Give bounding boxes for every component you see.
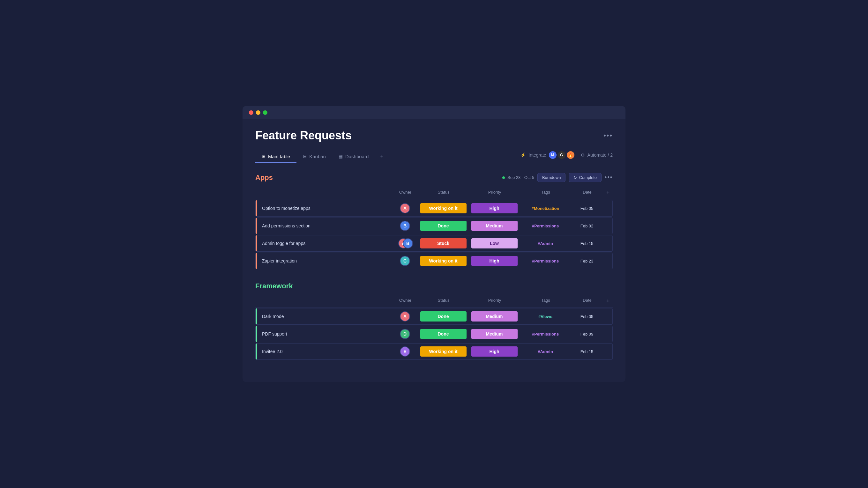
table-row[interactable]: PDF supportDDoneMedium#PermissionsFeb 09 <box>255 326 613 342</box>
tag-label: #Monetization <box>532 206 559 211</box>
row-priority-cell[interactable]: Medium <box>469 221 520 231</box>
row-priority-cell[interactable]: Medium <box>469 311 520 322</box>
row-date-cell: Feb 09 <box>571 332 603 336</box>
automate-label: Automate / 2 <box>588 153 613 158</box>
row-tags-cell: #Permissions <box>520 259 571 263</box>
priority-badge: Low <box>471 238 518 249</box>
title-bar <box>243 106 625 119</box>
row-status-cell[interactable]: Done <box>418 329 469 339</box>
framework-table-body: Dark modeADoneMedium#ViewsFeb 05PDF supp… <box>255 308 613 360</box>
tab-main-table-label: Main table <box>268 154 290 159</box>
row-priority-cell[interactable]: Low <box>469 238 520 249</box>
row-owner-cell: A <box>392 203 418 214</box>
apps-section: Apps Sep 28 - Oct 5 Burndown ↻ Complete … <box>255 173 613 269</box>
avatar: B <box>400 221 410 231</box>
complete-button[interactable]: ↻ Complete <box>569 173 601 182</box>
maximize-dot[interactable] <box>263 110 268 115</box>
avatar: D <box>400 329 410 339</box>
row-status-cell[interactable]: Working on it <box>418 347 469 357</box>
col-date-header: Date <box>571 190 603 196</box>
row-tags-cell: #Monetization <box>520 206 571 211</box>
kanban-icon: ⊟ <box>303 154 307 159</box>
more-options-button[interactable]: ••• <box>603 131 613 140</box>
add-tab-button[interactable]: + <box>375 150 389 163</box>
tag-label: #Permissions <box>532 332 559 336</box>
minimize-dot[interactable] <box>256 110 260 115</box>
integrate-icon-1: M <box>549 151 557 159</box>
row-date-cell: Feb 15 <box>571 349 603 354</box>
row-date-cell: Feb 15 <box>571 241 603 246</box>
tag-label: #Permissions <box>532 224 559 228</box>
automate-button[interactable]: ⚙ Automate / 2 <box>581 153 613 158</box>
priority-badge: Medium <box>471 329 518 339</box>
row-priority-cell[interactable]: High <box>469 347 520 357</box>
priority-badge: High <box>471 347 518 357</box>
integrate-icon-2: G <box>558 151 565 159</box>
row-status-cell[interactable]: Done <box>418 221 469 231</box>
tab-dashboard[interactable]: ▦ Dashboard <box>332 151 375 163</box>
close-dot[interactable] <box>249 110 253 115</box>
fw-col-priority-header: Priority <box>469 298 520 304</box>
row-name: Invitee 2.0 <box>256 349 392 354</box>
priority-badge: Medium <box>471 221 518 231</box>
row-date-cell: Feb 05 <box>571 314 603 319</box>
fw-col-tags-header: Tags <box>520 298 571 304</box>
row-date-cell: Feb 02 <box>571 224 603 228</box>
apps-more-button[interactable]: ••• <box>605 174 613 181</box>
apps-table-body: Option to monetize appsAWorking on itHig… <box>255 200 613 269</box>
row-tags-cell: #Permissions <box>520 224 571 228</box>
row-priority-cell[interactable]: High <box>469 256 520 266</box>
table-row[interactable]: Zapier integrationCWorking on itHigh#Per… <box>255 253 613 269</box>
row-date-cell: Feb 23 <box>571 259 603 263</box>
fw-col-owner-header: Owner <box>393 298 418 304</box>
dashboard-icon: ▦ <box>339 154 343 159</box>
avatar: A <box>400 203 410 214</box>
row-left-bar <box>256 200 257 216</box>
row-priority-cell[interactable]: Medium <box>469 329 520 339</box>
row-priority-cell[interactable]: High <box>469 203 520 214</box>
integrate-button[interactable]: ⚡ Integrate M G 🔥 <box>521 151 574 159</box>
tab-dashboard-label: Dashboard <box>345 154 369 159</box>
row-left-bar <box>256 253 257 269</box>
row-status-cell[interactable]: Working on it <box>418 203 469 214</box>
tag-label: #Admin <box>538 349 553 354</box>
row-owner-cell: AB <box>392 238 418 249</box>
table-row[interactable]: Admin toggle for appsABStuckLow#AdminFeb… <box>255 235 613 252</box>
tab-bar: ⊞ Main table ⊟ Kanban ▦ Dashboard + ⚡ In… <box>255 150 613 163</box>
main-content: Feature Requests ••• ⊞ Main table ⊟ Kanb… <box>243 119 625 382</box>
priority-badge: High <box>471 203 518 214</box>
fw-add-column-button[interactable]: + <box>603 298 613 304</box>
status-badge: Working on it <box>420 203 467 214</box>
tab-kanban[interactable]: ⊟ Kanban <box>297 151 332 163</box>
tag-label: #Admin <box>538 241 553 246</box>
fw-col-name-header <box>255 298 393 304</box>
priority-badge: Medium <box>471 311 518 322</box>
row-status-cell[interactable]: Done <box>418 311 469 322</box>
table-row[interactable]: Invitee 2.0EWorking on itHigh#AdminFeb 1… <box>255 343 613 360</box>
tab-main-table[interactable]: ⊞ Main table <box>255 151 297 163</box>
burndown-button[interactable]: Burndown <box>537 173 566 182</box>
framework-title: Framework <box>255 282 292 290</box>
apps-table-header: Owner Status Priority Tags Date + <box>255 187 613 199</box>
row-status-cell[interactable]: Stuck <box>418 238 469 249</box>
app-window: Feature Requests ••• ⊞ Main table ⊟ Kanb… <box>243 106 625 382</box>
avatar: B <box>403 238 413 249</box>
row-owner-cell: D <box>392 329 418 339</box>
table-row[interactable]: Option to monetize appsAWorking on itHig… <box>255 200 613 217</box>
row-left-bar <box>256 326 257 342</box>
tag-label: #Permissions <box>532 259 559 263</box>
row-owner-cell: A <box>392 311 418 322</box>
avatar: E <box>400 347 410 357</box>
table-row[interactable]: Dark modeADoneMedium#ViewsFeb 05 <box>255 308 613 325</box>
table-row[interactable]: Add permissions sectionBDoneMedium#Permi… <box>255 218 613 234</box>
col-status-header: Status <box>418 190 469 196</box>
integrate-icon: ⚡ <box>521 153 526 158</box>
status-badge: Done <box>420 329 467 339</box>
add-column-button[interactable]: + <box>603 190 613 196</box>
automate-icon: ⚙ <box>581 153 585 158</box>
apps-title: Apps <box>255 173 273 182</box>
col-priority-header: Priority <box>469 190 520 196</box>
row-status-cell[interactable]: Working on it <box>418 256 469 266</box>
page-title: Feature Requests <box>255 129 352 142</box>
complete-icon: ↻ <box>574 175 577 180</box>
